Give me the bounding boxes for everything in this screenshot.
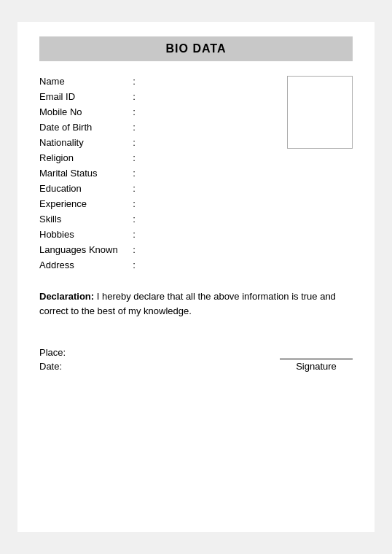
field-row: Experience: [39, 198, 273, 209]
content-area: Name:Email ID:Mobile No:Date of Birth:Na… [39, 76, 353, 275]
field-row: Marital Status: [39, 168, 273, 179]
field-row: Hobbies: [39, 229, 273, 240]
field-colon: : [127, 260, 141, 270]
field-colon: : [127, 183, 141, 194]
field-colon: : [127, 76, 141, 87]
field-label: Experience [39, 198, 127, 209]
signature-section: Place: Date: Signature [39, 347, 353, 372]
bio-data-page: BIO DATA Name:Email ID:Mobile No:Date of… [17, 22, 375, 532]
field-label: Nationality [39, 137, 127, 148]
field-row: Nationality: [39, 137, 273, 148]
field-row: Education: [39, 183, 273, 194]
field-label: Education [39, 183, 127, 194]
field-colon: : [127, 137, 141, 148]
field-colon: : [127, 122, 141, 133]
header-bar: BIO DATA [39, 36, 353, 61]
field-colon: : [127, 214, 141, 225]
field-row: Address: [39, 260, 273, 270]
field-row: Skills: [39, 214, 273, 225]
signature-area: Signature [280, 359, 353, 372]
photo-box [287, 76, 353, 149]
fields-section: Name:Email ID:Mobile No:Date of Birth:Na… [39, 76, 273, 275]
field-row: Religion: [39, 152, 273, 163]
field-label: Email ID [39, 91, 127, 102]
place-date: Place: Date: [39, 347, 66, 372]
field-row: Email ID: [39, 91, 273, 102]
field-label: Languages Known [39, 244, 127, 255]
field-row: Mobile No: [39, 106, 273, 117]
declaration-section: Declaration: I hereby declare that all t… [39, 289, 353, 318]
field-row: Languages Known: [39, 244, 273, 255]
field-colon: : [127, 198, 141, 209]
place-label: Place: [39, 347, 66, 358]
field-row: Date of Birth: [39, 122, 273, 133]
field-colon: : [127, 91, 141, 102]
field-label: Marital Status [39, 168, 127, 179]
page-title: BIO DATA [39, 42, 353, 55]
date-label: Date: [39, 361, 66, 372]
signature-line [280, 359, 353, 359]
signature-label: Signature [296, 361, 337, 372]
field-row: Name: [39, 76, 273, 87]
field-colon: : [127, 106, 141, 117]
field-colon: : [127, 244, 141, 255]
declaration-bold: Declaration: [39, 291, 94, 302]
field-colon: : [127, 168, 141, 179]
field-label: Religion [39, 152, 127, 163]
field-label: Skills [39, 214, 127, 225]
field-label: Name [39, 76, 127, 87]
field-label: Address [39, 260, 127, 270]
field-colon: : [127, 229, 141, 240]
field-label: Date of Birth [39, 122, 127, 133]
field-colon: : [127, 152, 141, 163]
field-label: Hobbies [39, 229, 127, 240]
field-label: Mobile No [39, 106, 127, 117]
